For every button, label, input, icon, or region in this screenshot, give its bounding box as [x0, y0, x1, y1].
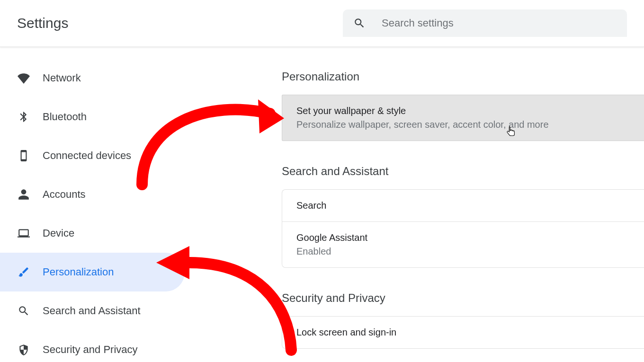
- section-security-privacy: Security and Privacy Lock screen and sig…: [282, 291, 644, 349]
- search-icon: [353, 17, 366, 29]
- row-set-wallpaper-style[interactable]: Set your wallpaper & style Personalize w…: [282, 95, 644, 141]
- app-header: Settings: [0, 0, 644, 47]
- sidebar-item-accounts[interactable]: Accounts: [0, 175, 185, 214]
- row-search[interactable]: Search: [282, 190, 644, 221]
- row-secondary: Enabled: [296, 246, 630, 257]
- sidebar-item-security-privacy[interactable]: Security and Privacy: [0, 330, 185, 362]
- section-title: Personalization: [282, 70, 644, 83]
- row-lock-screen[interactable]: Lock screen and sign-in: [282, 317, 644, 348]
- sidebar-item-label: Bluetooth: [43, 111, 87, 123]
- sidebar-item-label: Device: [43, 227, 74, 239]
- sidebar-item-label: Personalization: [43, 266, 114, 278]
- bluetooth-icon: [17, 110, 30, 124]
- row-primary: Lock screen and sign-in: [296, 327, 630, 338]
- main-content: Personalization Set your wallpaper & sty…: [189, 47, 644, 362]
- phone-icon: [17, 149, 30, 162]
- section-title: Security and Privacy: [282, 291, 644, 305]
- wifi-icon: [17, 71, 30, 85]
- row-primary: Google Assistant: [296, 232, 630, 243]
- sidebar-item-label: Security and Privacy: [43, 344, 138, 356]
- laptop-icon: [17, 227, 30, 240]
- sidebar: Network Bluetooth Connected devices Acco…: [0, 47, 189, 362]
- sidebar-item-network[interactable]: Network: [0, 59, 185, 97]
- search-icon: [17, 304, 30, 318]
- settings-card: Set your wallpaper & style Personalize w…: [282, 95, 644, 141]
- search-field[interactable]: [343, 9, 627, 37]
- page-title: Settings: [17, 15, 68, 31]
- section-title: Search and Assistant: [282, 165, 644, 178]
- section-personalization: Personalization Set your wallpaper & sty…: [282, 70, 644, 141]
- sidebar-item-label: Accounts: [43, 188, 86, 201]
- row-primary: Search: [296, 200, 630, 211]
- sidebar-item-bluetooth[interactable]: Bluetooth: [0, 97, 185, 136]
- section-search-assistant: Search and Assistant Search Google Assis…: [282, 165, 644, 268]
- row-secondary: Personalize wallpaper, screen saver, acc…: [296, 119, 630, 130]
- settings-card: Search Google Assistant Enabled: [282, 189, 644, 268]
- person-icon: [17, 188, 30, 201]
- sidebar-item-label: Search and Assistant: [43, 305, 141, 317]
- pointer-cursor-icon: [506, 126, 516, 138]
- search-input[interactable]: [382, 17, 617, 29]
- row-google-assistant[interactable]: Google Assistant Enabled: [282, 221, 644, 267]
- sidebar-item-label: Network: [43, 72, 81, 84]
- sidebar-item-label: Connected devices: [43, 150, 131, 162]
- brush-icon: [17, 265, 30, 279]
- sidebar-item-search-assistant[interactable]: Search and Assistant: [0, 291, 185, 330]
- sidebar-item-device[interactable]: Device: [0, 214, 185, 253]
- shield-icon: [17, 343, 30, 356]
- sidebar-item-connected-devices[interactable]: Connected devices: [0, 136, 185, 175]
- settings-card: Lock screen and sign-in: [282, 316, 644, 349]
- row-primary: Set your wallpaper & style: [296, 106, 630, 116]
- sidebar-item-personalization[interactable]: Personalization: [0, 253, 185, 291]
